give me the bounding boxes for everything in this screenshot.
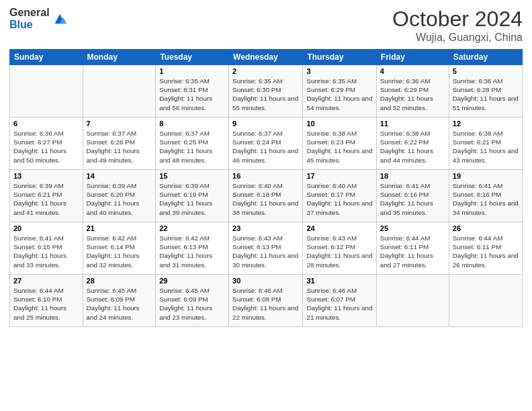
logo-blue: Blue bbox=[9, 19, 50, 31]
day-number: 9 bbox=[232, 120, 299, 128]
calendar-cell: 6Sunrise: 6:36 AMSunset: 6:27 PMDaylight… bbox=[10, 118, 83, 170]
day-number: 12 bbox=[453, 120, 519, 128]
page: General Blue October 2024 Wujia, Guangxi… bbox=[0, 0, 532, 411]
calendar-cell: 4Sunrise: 6:36 AMSunset: 6:29 PMDaylight… bbox=[376, 65, 449, 118]
day-number: 13 bbox=[13, 172, 79, 180]
day-info: Sunrise: 6:39 AMSunset: 6:20 PMDaylight:… bbox=[87, 181, 152, 217]
day-number: 30 bbox=[232, 277, 299, 285]
title-area: October 2024 Wujia, Guangxi, China bbox=[392, 7, 523, 44]
logo-text: General Blue bbox=[9, 7, 50, 30]
day-number: 2 bbox=[232, 67, 299, 75]
day-info: Sunrise: 6:44 AMSunset: 6:11 PMDaylight:… bbox=[453, 234, 519, 269]
calendar-cell: 20Sunrise: 6:41 AMSunset: 6:15 PMDayligh… bbox=[10, 222, 83, 275]
day-info: Sunrise: 6:40 AMSunset: 6:18 PMDaylight:… bbox=[232, 181, 299, 217]
calendar-cell: 13Sunrise: 6:39 AMSunset: 6:21 PMDayligh… bbox=[10, 170, 83, 222]
day-number: 27 bbox=[13, 277, 79, 285]
calendar-cell: 1Sunrise: 6:35 AMSunset: 6:31 PMDaylight… bbox=[156, 65, 229, 118]
day-number: 11 bbox=[380, 120, 445, 128]
calendar-cell: 14Sunrise: 6:39 AMSunset: 6:20 PMDayligh… bbox=[83, 170, 156, 222]
day-number: 23 bbox=[232, 224, 299, 232]
dow-header-saturday: Saturday bbox=[449, 50, 522, 65]
calendar-cell: 21Sunrise: 6:42 AMSunset: 6:14 PMDayligh… bbox=[83, 222, 156, 275]
calendar: SundayMondayTuesdayWednesdayThursdayFrid… bbox=[9, 49, 523, 327]
calendar-cell: 24Sunrise: 6:43 AMSunset: 6:12 PMDayligh… bbox=[303, 222, 376, 275]
day-info: Sunrise: 6:42 AMSunset: 6:13 PMDaylight:… bbox=[159, 234, 225, 269]
day-number: 28 bbox=[87, 277, 152, 285]
dow-header-monday: Monday bbox=[83, 50, 156, 65]
calendar-cell: 3Sunrise: 6:35 AMSunset: 6:29 PMDaylight… bbox=[303, 65, 376, 118]
day-info: Sunrise: 6:38 AMSunset: 6:22 PMDaylight:… bbox=[380, 129, 445, 165]
calendar-cell: 5Sunrise: 6:36 AMSunset: 6:28 PMDaylight… bbox=[449, 65, 522, 118]
day-info: Sunrise: 6:39 AMSunset: 6:21 PMDaylight:… bbox=[13, 181, 79, 217]
day-info: Sunrise: 6:37 AMSunset: 6:25 PMDaylight:… bbox=[159, 129, 225, 165]
logo: General Blue bbox=[9, 7, 67, 30]
day-number: 4 bbox=[380, 67, 445, 75]
calendar-cell: 29Sunrise: 6:45 AMSunset: 6:09 PMDayligh… bbox=[156, 275, 229, 327]
day-number: 26 bbox=[453, 224, 519, 232]
day-info: Sunrise: 6:36 AMSunset: 6:27 PMDaylight:… bbox=[13, 129, 79, 165]
calendar-cell: 12Sunrise: 6:38 AMSunset: 6:21 PMDayligh… bbox=[449, 118, 522, 170]
day-info: Sunrise: 6:40 AMSunset: 6:17 PMDaylight:… bbox=[306, 181, 372, 217]
day-info: Sunrise: 6:44 AMSunset: 6:11 PMDaylight:… bbox=[380, 234, 445, 269]
month-title: October 2024 bbox=[392, 7, 523, 32]
dow-header-tuesday: Tuesday bbox=[156, 50, 229, 65]
calendar-cell: 30Sunrise: 6:46 AMSunset: 6:08 PMDayligh… bbox=[229, 275, 303, 327]
calendar-cell: 8Sunrise: 6:37 AMSunset: 6:25 PMDaylight… bbox=[156, 118, 229, 170]
day-number: 19 bbox=[453, 172, 519, 180]
day-number: 29 bbox=[159, 277, 225, 285]
day-number: 31 bbox=[306, 277, 372, 285]
location-title: Wujia, Guangxi, China bbox=[392, 32, 523, 44]
calendar-cell: 18Sunrise: 6:41 AMSunset: 6:16 PMDayligh… bbox=[376, 170, 449, 222]
calendar-cell bbox=[10, 65, 83, 118]
calendar-cell: 23Sunrise: 6:43 AMSunset: 6:13 PMDayligh… bbox=[229, 222, 303, 275]
calendar-cell: 16Sunrise: 6:40 AMSunset: 6:18 PMDayligh… bbox=[229, 170, 303, 222]
calendar-cell bbox=[83, 65, 156, 118]
day-info: Sunrise: 6:37 AMSunset: 6:24 PMDaylight:… bbox=[232, 129, 299, 165]
header: General Blue October 2024 Wujia, Guangxi… bbox=[9, 7, 523, 44]
day-number: 20 bbox=[13, 224, 79, 232]
calendar-cell: 9Sunrise: 6:37 AMSunset: 6:24 PMDaylight… bbox=[229, 118, 303, 170]
day-info: Sunrise: 6:41 AMSunset: 6:16 PMDaylight:… bbox=[453, 181, 519, 217]
dow-header-friday: Friday bbox=[376, 50, 449, 65]
calendar-cell: 26Sunrise: 6:44 AMSunset: 6:11 PMDayligh… bbox=[449, 222, 522, 275]
day-info: Sunrise: 6:36 AMSunset: 6:28 PMDaylight:… bbox=[453, 77, 519, 112]
day-number: 16 bbox=[232, 172, 299, 180]
day-number: 14 bbox=[87, 172, 152, 180]
day-info: Sunrise: 6:46 AMSunset: 6:08 PMDaylight:… bbox=[232, 286, 299, 322]
day-number: 21 bbox=[87, 224, 152, 232]
dow-header-wednesday: Wednesday bbox=[229, 50, 303, 65]
calendar-cell bbox=[449, 275, 522, 327]
day-number: 25 bbox=[380, 224, 445, 232]
day-info: Sunrise: 6:35 AMSunset: 6:29 PMDaylight:… bbox=[306, 77, 372, 112]
day-number: 3 bbox=[306, 67, 372, 75]
day-info: Sunrise: 6:39 AMSunset: 6:19 PMDaylight:… bbox=[159, 181, 225, 217]
day-info: Sunrise: 6:38 AMSunset: 6:23 PMDaylight:… bbox=[306, 129, 372, 165]
day-number: 1 bbox=[159, 67, 225, 75]
calendar-cell: 27Sunrise: 6:44 AMSunset: 6:10 PMDayligh… bbox=[10, 275, 83, 327]
day-number: 18 bbox=[380, 172, 445, 180]
day-number: 8 bbox=[159, 120, 225, 128]
calendar-cell bbox=[376, 275, 449, 327]
day-info: Sunrise: 6:45 AMSunset: 6:09 PMDaylight:… bbox=[159, 286, 225, 322]
calendar-cell: 2Sunrise: 6:35 AMSunset: 6:30 PMDaylight… bbox=[229, 65, 303, 118]
day-number: 22 bbox=[159, 224, 225, 232]
day-number: 10 bbox=[306, 120, 372, 128]
day-info: Sunrise: 6:36 AMSunset: 6:29 PMDaylight:… bbox=[380, 77, 445, 112]
day-number: 7 bbox=[87, 120, 152, 128]
calendar-cell: 7Sunrise: 6:37 AMSunset: 6:26 PMDaylight… bbox=[83, 118, 156, 170]
calendar-cell: 17Sunrise: 6:40 AMSunset: 6:17 PMDayligh… bbox=[303, 170, 376, 222]
day-info: Sunrise: 6:38 AMSunset: 6:21 PMDaylight:… bbox=[453, 129, 519, 165]
dow-header-sunday: Sunday bbox=[10, 50, 83, 65]
calendar-cell: 11Sunrise: 6:38 AMSunset: 6:22 PMDayligh… bbox=[376, 118, 449, 170]
calendar-cell: 19Sunrise: 6:41 AMSunset: 6:16 PMDayligh… bbox=[449, 170, 522, 222]
day-info: Sunrise: 6:41 AMSunset: 6:15 PMDaylight:… bbox=[13, 234, 79, 269]
day-info: Sunrise: 6:41 AMSunset: 6:16 PMDaylight:… bbox=[380, 181, 445, 217]
day-number: 24 bbox=[306, 224, 372, 232]
day-info: Sunrise: 6:35 AMSunset: 6:30 PMDaylight:… bbox=[232, 77, 299, 112]
dow-header-thursday: Thursday bbox=[303, 50, 376, 65]
day-number: 15 bbox=[159, 172, 225, 180]
logo-icon bbox=[52, 11, 67, 26]
day-info: Sunrise: 6:43 AMSunset: 6:12 PMDaylight:… bbox=[306, 234, 372, 269]
calendar-cell: 15Sunrise: 6:39 AMSunset: 6:19 PMDayligh… bbox=[156, 170, 229, 222]
day-info: Sunrise: 6:43 AMSunset: 6:13 PMDaylight:… bbox=[232, 234, 299, 269]
